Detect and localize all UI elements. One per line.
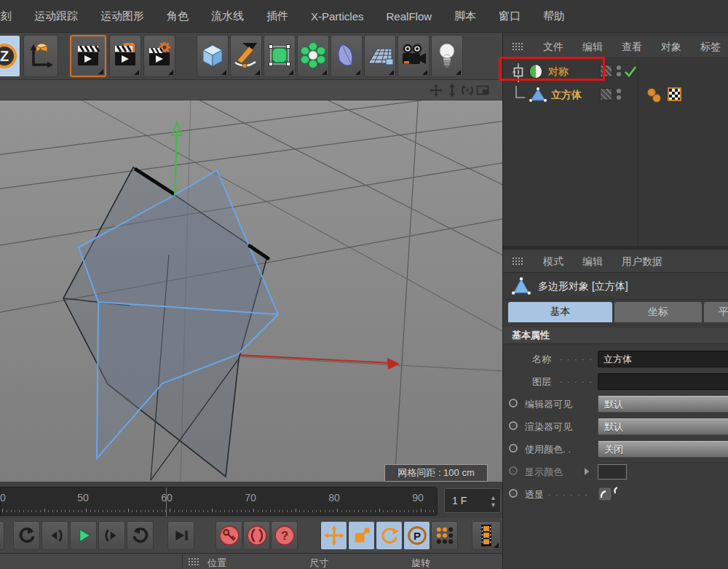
object-manager-tree[interactable]: 对称 立方体 [503, 60, 728, 246]
animation-dot[interactable] [509, 444, 518, 453]
frame-label: 60 [161, 492, 173, 504]
x-axis-arrow[interactable] [240, 355, 392, 363]
use-color-dropdown[interactable]: 关闭 [598, 441, 728, 458]
transport-edge-button[interactable] [0, 521, 4, 550]
animation-dot[interactable] [509, 466, 518, 475]
am-menu-userdata[interactable]: 用户数据 [622, 255, 662, 268]
menu-sculpt[interactable]: 雕刻 [0, 9, 12, 23]
previous-frame-button[interactable] [41, 521, 68, 550]
visibility-dots[interactable] [617, 65, 621, 79]
am-menu-mode[interactable]: 模式 [543, 255, 563, 268]
om-menu-view[interactable]: 查看 [622, 41, 642, 54]
object-name[interactable]: 立方体 [551, 89, 582, 102]
visibility-dots[interactable] [617, 89, 621, 102]
menu-character[interactable]: 角色 [167, 9, 189, 23]
camera-button[interactable] [397, 35, 430, 77]
tab-coordinates[interactable]: 坐标 [614, 302, 702, 322]
record-key-button[interactable] [215, 521, 242, 550]
om-menu-edit[interactable]: 编辑 [582, 41, 603, 54]
key-rotation-button[interactable] [376, 521, 403, 550]
y-axis-arrow[interactable] [175, 131, 177, 195]
layer-toggle[interactable] [600, 88, 612, 100]
om-menu-tag[interactable]: 标签 [700, 41, 721, 54]
timeline-window-button[interactable] [472, 521, 501, 550]
phong-tag-icon[interactable] [646, 87, 663, 104]
field-label: 名称 [532, 353, 551, 366]
question-icon: ? [274, 525, 296, 546]
dolly-view-icon[interactable] [446, 84, 459, 97]
key-parameter-button[interactable]: P [403, 521, 430, 550]
om-menu-object[interactable]: 对象 [661, 41, 681, 54]
pan-view-icon[interactable] [430, 84, 443, 97]
frame-step-spinner[interactable]: 1 F ▲▼ [444, 488, 501, 513]
enabled-check-icon[interactable] [624, 65, 637, 78]
toggle-view-icon[interactable] [476, 84, 489, 97]
position-label: 位置 [207, 557, 226, 569]
menu-realflow[interactable]: RealFlow [387, 10, 432, 23]
subdivision-surface-button[interactable] [264, 35, 296, 77]
autokey-icon [246, 525, 268, 546]
panel-grip-icon[interactable] [512, 42, 524, 52]
menu-pipeline[interactable]: 流水线 [211, 9, 244, 23]
z-axis-button[interactable]: Z [0, 35, 20, 77]
playhead-marker[interactable] [166, 488, 167, 517]
floor-environment-button[interactable] [364, 35, 396, 77]
rotate-view-icon[interactable] [461, 84, 474, 97]
play-button[interactable] [70, 521, 97, 550]
light-button[interactable] [431, 35, 463, 77]
render-picture-viewer-button[interactable] [109, 35, 141, 77]
panel-splitter[interactable] [503, 246, 728, 250]
editor-visibility-dropdown[interactable]: 默认 [598, 396, 728, 413]
goto-start-button[interactable] [13, 521, 40, 550]
menu-mograph[interactable]: 运动图形 [100, 9, 144, 23]
key-position-button[interactable] [320, 521, 347, 550]
deformer-button[interactable] [331, 35, 363, 77]
object-row-cube[interactable]: 立方体 [503, 84, 728, 106]
coordinate-system-button[interactable] [23, 35, 58, 77]
panel-grip-icon[interactable] [188, 557, 200, 567]
rotation-label: 旋转 [411, 557, 430, 569]
key-pla-button[interactable] [431, 521, 458, 550]
menu-plugins[interactable]: 插件 [266, 9, 288, 23]
menu-script[interactable]: 脚本 [454, 9, 476, 23]
name-input[interactable] [598, 351, 728, 367]
main-toolbar: Z [0, 33, 502, 80]
spinner-arrows-icon[interactable]: ▲▼ [490, 494, 496, 509]
am-menu-edit[interactable]: 编辑 [582, 255, 603, 268]
key-scale-button[interactable] [348, 521, 375, 550]
menu-window[interactable]: 窗口 [499, 9, 521, 23]
svg-text:?: ? [280, 528, 288, 543]
renderer-visibility-dropdown[interactable]: 默认 [598, 418, 728, 435]
autokey-button[interactable] [243, 521, 270, 550]
animation-dot[interactable] [509, 421, 518, 430]
cube-primitive-button[interactable] [197, 35, 229, 77]
array-generator-button[interactable] [297, 35, 329, 77]
tab-basic[interactable]: 基本 [508, 302, 612, 322]
menu-motion-tracker[interactable]: 运动跟踪 [34, 9, 78, 23]
render-view-button[interactable] [70, 35, 106, 77]
position-cross-icon [324, 525, 344, 546]
layer-input[interactable] [598, 373, 728, 390]
goto-last-key-button[interactable] [167, 521, 194, 550]
keying-help-button[interactable]: ? [271, 521, 298, 550]
timeline-ruler[interactable]: 0 50 60 70 80 90 [0, 487, 438, 516]
texture-tag-icon[interactable] [668, 87, 681, 101]
render-settings-button[interactable] [143, 35, 175, 77]
animation-dot[interactable] [509, 489, 518, 498]
viewport-3d[interactable]: 网格间距 : 100 cm [0, 100, 502, 482]
om-menu-file[interactable]: 文件 [543, 41, 563, 54]
next-frame-button[interactable] [98, 521, 125, 550]
menu-x-particles[interactable]: X-Particles [311, 10, 364, 23]
attr-row-editor-visibility: 编辑器可见 默认 [503, 393, 728, 415]
animation-dot[interactable] [509, 399, 518, 407]
submenu-corner [322, 70, 327, 75]
panel-grip-icon[interactable] [512, 257, 524, 266]
menu-help[interactable]: 帮助 [543, 9, 565, 23]
tab-phong[interactable]: 平 [704, 302, 728, 322]
spline-pen-button[interactable] [230, 35, 262, 77]
xray-checkbox[interactable] [598, 486, 622, 504]
display-color-swatch[interactable] [598, 464, 627, 480]
expand-arrow-icon[interactable] [585, 468, 589, 475]
goto-end-button[interactable] [127, 521, 154, 550]
transport-bar: ? P [0, 518, 502, 553]
